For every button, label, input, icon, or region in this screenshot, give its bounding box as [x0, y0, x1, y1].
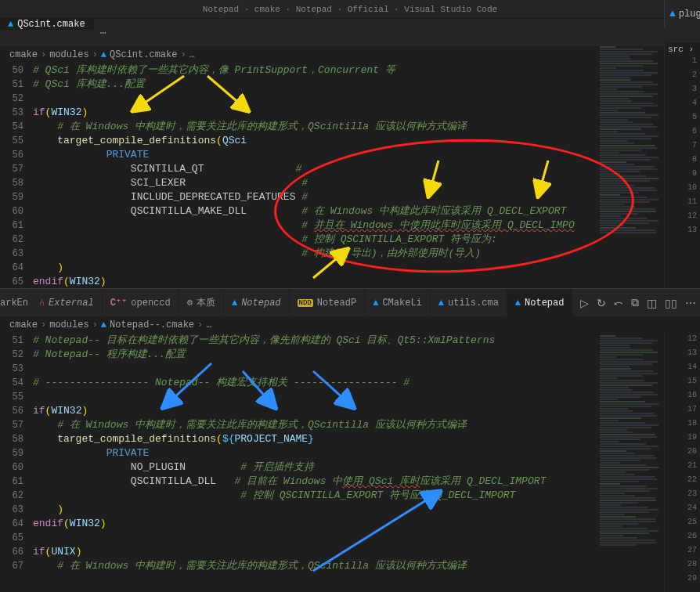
secondary-editor-strip: 121314151617181920212223242526272829 — [664, 332, 700, 592]
editor-tab[interactable]: ▲Notepad — [507, 289, 573, 316]
crumb-file[interactable]: Notepad--.cmake — [110, 319, 194, 330]
sync-icon[interactable]: ↻ — [597, 297, 606, 309]
editor-top[interactable]: 5051525354555657585960616263646566 # QSc… — [0, 63, 700, 303]
editor-tab[interactable]: ▲utils.cma — [431, 289, 507, 316]
crumb-file[interactable]: QScint.cmake — [110, 49, 177, 60]
line-number: 54 — [0, 376, 23, 390]
code-line[interactable] — [33, 390, 700, 404]
code-line[interactable]: # 在 Windows 中构建时，需要关注此库的构建形式，QScintilla … — [33, 120, 700, 134]
secondary-line-number: 15 — [665, 374, 700, 388]
code-line[interactable] — [33, 531, 700, 545]
secondary-line-number: 27 — [665, 543, 700, 558]
code-line[interactable]: # QSci 库构建时依赖了一些其它内容，像 PrintSupport，Conc… — [33, 63, 700, 78]
code-line[interactable]: ) — [33, 261, 700, 275]
editor-tab[interactable]: ⚙本质 — [179, 289, 224, 316]
code-line[interactable]: # Notepad-- 目标在构建时依赖了一些其它内容，像先前构建的 QSci … — [33, 334, 700, 348]
code-line[interactable]: if(UNIX) — [33, 545, 700, 559]
code-line[interactable]: if(WIN32) — [33, 106, 700, 120]
secondary-line-number: 25 — [665, 515, 700, 529]
secondary-line-number: 5 — [665, 110, 700, 125]
line-number: 61 — [0, 218, 23, 233]
crumb-more[interactable]: … — [206, 319, 211, 330]
editor-tab[interactable]: C⁺⁺openccd — [103, 289, 179, 316]
more-icon[interactable]: ⋯ — [685, 297, 696, 309]
window-title: Notepad · cmake · Notepad · Official · V… — [203, 5, 497, 14]
line-number: 51 — [0, 78, 23, 92]
crumb-folder[interactable]: cmake — [9, 49, 38, 60]
code-line[interactable]: # 构建时(导出)，由外部使用时(导入) — [33, 247, 700, 261]
secondary-line-number: 12 — [665, 209, 700, 223]
run-icon[interactable]: ▷ — [580, 297, 589, 309]
code-line[interactable]: # 在 Windows 中构建时，需要关注此库的构建形式，QScintilla … — [33, 559, 700, 573]
secondary-line-number: 1 — [665, 54, 700, 68]
undo-icon[interactable]: ⤺ — [614, 297, 623, 309]
code-line[interactable]: SCI_LEXER # — [33, 176, 700, 190]
secondary-line-number: 28 — [665, 558, 700, 572]
side-editor-tab[interactable]: ▲ plug — [664, 19, 700, 27]
compare-icon[interactable]: ⧉ — [631, 296, 639, 309]
line-number: 50 — [0, 63, 23, 78]
crumb-folder[interactable]: modules — [49, 319, 88, 330]
line-number: 62 — [0, 233, 23, 247]
code-line[interactable]: QSCINTILLA_MAKE_DLL # 在 Windows 中构建此库时应该… — [33, 204, 700, 218]
editor-tab[interactable]: ▲QScint.cmake — [0, 19, 94, 30]
code-area[interactable]: # QSci 库构建时依赖了一些其它内容，像 PrintSupport，Conc… — [33, 63, 700, 303]
code-line[interactable]: NO_PLUGIN # 开启插件支持 — [33, 460, 700, 475]
code-line[interactable]: # 在 Windows 中构建时，需要关注此库的构建形式，QScintilla … — [33, 418, 700, 432]
line-number: 63 — [0, 247, 23, 261]
editor-tab[interactable]: ▲Notepad — [224, 289, 290, 316]
code-line[interactable]: # 并且在 Windows 中使用此库时应该采用 Q_DECL_IMPO — [33, 218, 700, 233]
line-number: 66 — [0, 545, 23, 559]
code-line[interactable]: # 控制 QSCINTILLA_EXPORT 符号应为 Q_DECL_IMPOR… — [33, 489, 700, 503]
code-line[interactable] — [33, 92, 700, 106]
tab-bar-top: ▲QScint.cmake ⋯ ▲ plug — [0, 19, 700, 46]
code-line[interactable]: # ----------------- Notepad-- 构建宏支持相关 --… — [33, 376, 700, 390]
line-number-gutter: 5051525354555657585960616263646566 — [0, 63, 33, 303]
code-line[interactable]: endif(WIN32) — [33, 275, 700, 289]
code-line[interactable]: endif(WIN32) — [33, 517, 700, 531]
secondary-line-number: 12 — [665, 332, 700, 346]
line-number: 51 — [0, 334, 23, 348]
editor-tab[interactable]: ⑃External — [31, 289, 103, 316]
chevron-right-icon: › — [41, 319, 46, 330]
tab-label: Notepad — [525, 298, 564, 309]
code-line[interactable]: target_compile_definitions(${PROJECT_NAM… — [33, 432, 700, 446]
code-line[interactable]: PRIVATE — [33, 148, 700, 162]
code-line[interactable]: # 控制 QSCINTILLA_EXPORT 符号应为: — [33, 233, 700, 247]
secondary-line-number: 21 — [665, 459, 700, 473]
editor-bottom[interactable]: 5152535455565758596061626364656667 # Not… — [0, 334, 700, 573]
code-line[interactable] — [33, 362, 700, 376]
side-tab-label: plug — [679, 19, 700, 20]
line-number: 59 — [0, 446, 23, 460]
split-down-icon[interactable]: ◫ — [647, 297, 657, 309]
code-area[interactable]: # Notepad-- 目标在构建时依赖了一些其它内容，像先前构建的 QSci … — [33, 334, 700, 573]
code-line[interactable]: # Notepad-- 程序构建...配置 — [33, 348, 700, 362]
chevron-right-icon: › — [180, 49, 186, 60]
breadcrumb-top[interactable]: cmake› modules› ▲ QScint.cmake› … — [0, 46, 700, 63]
code-line[interactable]: INCLUDE_DEPRECATED_FEATURES # — [33, 190, 700, 204]
code-line[interactable]: PRIVATE — [33, 446, 700, 460]
code-line[interactable]: target_compile_definitions(QSci — [33, 134, 700, 148]
code-line[interactable]: ) — [33, 503, 700, 517]
editor-tab[interactable]: ▲CMakeLi — [365, 289, 431, 316]
crumb-more[interactable]: … — [189, 49, 195, 60]
split-right-icon[interactable]: ▯▯ — [665, 297, 677, 309]
code-line[interactable]: SCINTILLA_QT # — [33, 162, 700, 176]
line-number: 52 — [0, 92, 23, 106]
secondary-line-number: 13 — [665, 223, 700, 237]
editor-tab[interactable]: NDDNoteadP — [290, 289, 366, 316]
breadcrumb-bottom[interactable]: cmake› modules› ▲ Notepad--.cmake› … — [0, 316, 700, 334]
line-number: 54 — [0, 120, 23, 134]
side-crumb[interactable]: src › — [665, 45, 700, 54]
secondary-line-number: 9 — [665, 167, 700, 181]
cmake-icon: ▲ — [515, 298, 521, 309]
secondary-line-number: 20 — [665, 445, 700, 459]
code-line[interactable]: if(WIN32) — [33, 404, 700, 418]
line-number: 55 — [0, 134, 23, 148]
tab-overflow-icon[interactable]: ⋯ — [94, 19, 113, 46]
code-line[interactable]: QSCINTILLA_DLL # 目前在 Windows 中使用 QSci 库时… — [33, 475, 700, 489]
crumb-folder[interactable]: cmake — [9, 319, 38, 330]
tab-cut-left[interactable]: arkEn — [0, 289, 31, 316]
code-line[interactable]: # QSci 库构建...配置 — [33, 78, 700, 92]
crumb-folder[interactable]: modules — [49, 49, 88, 60]
